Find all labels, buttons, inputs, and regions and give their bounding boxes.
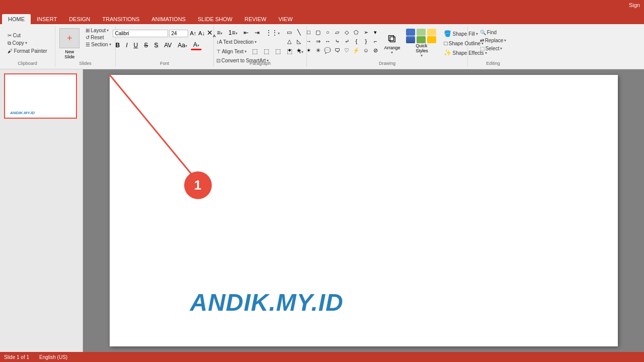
shape-pentagon[interactable]: ⬠ (352, 28, 360, 36)
ribbon: ✂ Cut ⧉ Copy ▾ 🖌 Format Painter Clipboar… (0, 24, 644, 69)
slide-canvas[interactable]: 1 ANDIK.MY.ID (110, 75, 618, 346)
shape-connector2[interactable]: ⤶ (343, 37, 351, 45)
cut-button[interactable]: ✂ Cut (6, 32, 23, 39)
shape-smiley[interactable]: ☺ (362, 46, 370, 54)
qs-item-orange (427, 36, 436, 43)
tab-slideshow[interactable]: SLIDE SHOW (192, 14, 238, 24)
font-group: A↑ A↓ ✕A B I U S S AV Aa▾ A▾ Font (116, 26, 214, 67)
arrange-label: Arrange (384, 45, 400, 50)
shape-brace[interactable]: ⌐ (371, 37, 379, 45)
new-slide-button[interactable]: + NewSlide (57, 27, 82, 60)
align-center-button[interactable]: ⬚ (261, 47, 272, 56)
reset-button[interactable]: ↺ Reset (84, 34, 113, 41)
text-direction-icon: ↕A (216, 39, 222, 45)
shape-star4[interactable]: ✦ (285, 46, 293, 54)
qs-item-yellow (427, 29, 436, 36)
font-color-button[interactable]: A▾ (191, 40, 202, 50)
shape-callout[interactable]: 💬 (324, 46, 332, 54)
shape-arrow2[interactable]: ⇒ (314, 37, 322, 45)
sign-in-area[interactable]: Sign (629, 2, 640, 8)
shape-star5[interactable]: ★ (295, 46, 303, 54)
format-painter-button[interactable]: 🖌 Format Painter (6, 48, 49, 54)
decrease-indent-button[interactable]: ⇤ (241, 28, 251, 37)
replace-button[interactable]: ⇄ Replace ▾ (478, 37, 509, 44)
layout-button[interactable]: ⊞ Layout ▾ (84, 27, 113, 34)
annotation-circle-1: 1 (184, 171, 212, 199)
editing-group: 🔍 Find ⇄ Replace ▾ ⬚ Select ▾ Editing (468, 26, 518, 67)
shape-chevron[interactable]: ➢ (362, 28, 370, 36)
text-direction-button[interactable]: ↕A Text Direction ▾ (214, 39, 259, 45)
find-button[interactable]: 🔍 Find (478, 29, 509, 36)
shapes-area: ▭ ╲ □ ▢ ○ ▱ ◇ ⬠ ➢ ▾ △ ◺ → (285, 28, 380, 54)
decrease-font-button[interactable]: A↓ (198, 30, 205, 37)
font-size-input[interactable] (169, 30, 188, 37)
shape-triangle[interactable]: △ (285, 37, 293, 45)
svg-line-0 (110, 75, 197, 180)
slide-thumbnail-1[interactable]: ANDIK.MY.ID (4, 73, 77, 119)
align-right-button[interactable]: ⬚ (273, 47, 283, 56)
align-text-button[interactable]: ⊤ Align Text ▾ (214, 48, 249, 55)
shape-callout2[interactable]: 🗨 (333, 46, 341, 54)
tab-design[interactable]: DESIGN (63, 14, 96, 24)
font-size-case-button[interactable]: Aa▾ (175, 41, 190, 50)
new-slide-icon: + (59, 28, 79, 48)
select-icon: ⬚ (480, 46, 485, 51)
shape-arrow[interactable]: → (304, 37, 312, 45)
shape-connector[interactable]: ⤷ (333, 37, 341, 45)
shape-bracket[interactable]: { (352, 37, 360, 45)
shape-lightning[interactable]: ⚡ (352, 46, 360, 54)
shape-bracket2[interactable]: } (362, 37, 370, 45)
new-slide-label: NewSlide (64, 49, 74, 59)
tab-animations[interactable]: ANIMATIONS (145, 14, 192, 24)
shape-heart[interactable]: ♡ (343, 46, 351, 54)
char-spacing-button[interactable]: AV (162, 41, 174, 50)
reset-icon: ↺ (86, 35, 90, 40)
shadow-button[interactable]: S (151, 41, 160, 50)
font-name-input[interactable] (113, 30, 168, 37)
tab-insert[interactable]: INSERT (31, 14, 63, 24)
shape-star6[interactable]: ✶ (304, 46, 312, 54)
underline-button[interactable]: U (131, 41, 141, 50)
language-info: English (US) (39, 354, 67, 360)
shapes-grid-top: ▭ ╲ □ ▢ ○ ▱ ◇ ⬠ ➢ ▾ (285, 28, 380, 36)
title-bar: Sign (0, 0, 644, 11)
increase-indent-button[interactable]: ⇥ (252, 28, 262, 37)
shape-rounded[interactable]: ▢ (314, 28, 322, 36)
convert-smartart-icon: ⊡ (216, 58, 220, 63)
shape-nodrop[interactable]: ⊘ (371, 46, 379, 54)
shape-star8[interactable]: ✳ (314, 46, 322, 54)
bullets-button[interactable]: ≡▾ (214, 28, 225, 37)
shape-diamond[interactable]: ◇ (343, 28, 351, 36)
quick-styles-button[interactable]: QuickStyles ▾ (404, 28, 440, 58)
shape-oval[interactable]: ○ (324, 28, 332, 36)
align-left-button[interactable]: ⬚ (250, 47, 260, 56)
select-button[interactable]: ⬚ Select ▾ (478, 45, 509, 52)
strikethrough-button[interactable]: S (141, 41, 150, 50)
shape-more[interactable]: ▾ (371, 28, 379, 36)
shape-line[interactable]: ╲ (295, 28, 303, 36)
italic-button[interactable]: I (123, 41, 130, 50)
canvas-area: 1 ANDIK.MY.ID (83, 69, 644, 352)
numbering-button[interactable]: 1≡▾ (226, 28, 240, 37)
shape-outline-icon: □ (444, 40, 447, 47)
tab-transitions[interactable]: TRANSITIONS (96, 14, 145, 24)
shape-rectangle[interactable]: ▭ (285, 28, 293, 36)
section-button[interactable]: ☰ Section ▾ (84, 41, 113, 48)
tab-view[interactable]: VIEW (272, 14, 298, 24)
drawing-group: ▭ ╲ □ ▢ ○ ▱ ◇ ⬠ ➢ ▾ △ ◺ → (307, 26, 468, 67)
editing-label: Editing (486, 61, 500, 66)
shape-darrow[interactable]: ↔ (324, 37, 332, 45)
shape-rect2[interactable]: □ (304, 28, 312, 36)
increase-font-button[interactable]: A↑ (189, 30, 197, 37)
tab-home[interactable]: HOME (2, 14, 31, 24)
arrange-button[interactable]: ⧉ Arrange ▾ (382, 28, 401, 58)
copy-button[interactable]: ⧉ Copy ▾ (6, 40, 29, 47)
slides-panel: ANDIK.MY.ID (0, 69, 83, 352)
copy-icon: ⧉ (8, 40, 11, 46)
columns-button[interactable]: ⋮⋮▾ (263, 28, 282, 37)
shape-rtriangle[interactable]: ◺ (295, 37, 303, 45)
bold-button[interactable]: B (113, 41, 122, 50)
shape-parallelogram[interactable]: ▱ (333, 28, 341, 36)
shapes-grid-mid: △ ◺ → ⇒ ↔ ⤷ ⤶ { } ⌐ (285, 37, 380, 45)
tab-review[interactable]: REVIEW (238, 14, 272, 24)
